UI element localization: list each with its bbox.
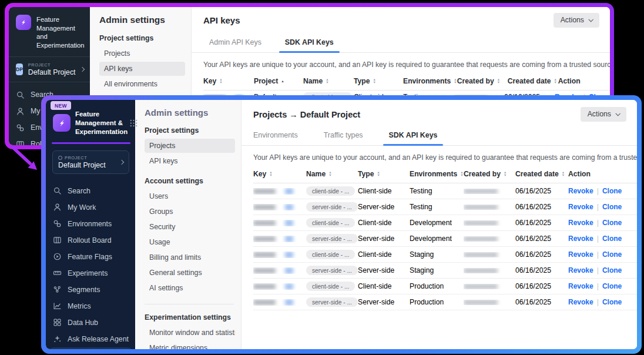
clone-link[interactable]: Clone xyxy=(602,266,622,274)
copy-key-button[interactable] xyxy=(285,188,293,195)
clone-link[interactable]: Clone xyxy=(602,282,622,290)
sidebar-item-ask-release-agent[interactable]: Ask Release Agent xyxy=(49,331,132,347)
column-header-type[interactable]: Type▲▼ xyxy=(358,170,410,178)
sidebar-item-search[interactable]: Search xyxy=(49,183,132,199)
column-header-project[interactable]: Project▲ xyxy=(254,77,303,85)
nav-group-label: Project settings xyxy=(145,126,235,135)
sort-icon[interactable]: ▲▼ xyxy=(504,171,507,177)
admin-nav-item-users[interactable]: Users xyxy=(145,189,235,203)
sidebar-item-data-hub[interactable]: Data Hub xyxy=(49,314,132,330)
column-label: Created by xyxy=(464,170,501,178)
revoke-link[interactable]: Revoke xyxy=(568,203,593,211)
admin-nav-item-metric-dimensions[interactable]: Metric dimensions xyxy=(145,341,235,349)
copy-key-button[interactable] xyxy=(285,220,293,226)
cell-created_by xyxy=(464,189,515,194)
project-selector[interactable]: DP PROJECT Default Project xyxy=(9,58,90,82)
column-header-key[interactable]: Key▲▼ xyxy=(253,170,306,178)
cell-type: Server-side xyxy=(358,298,410,306)
column-label: Environments xyxy=(403,77,451,85)
copy-key-button[interactable] xyxy=(285,236,293,242)
clone-link[interactable]: Clone xyxy=(602,250,622,259)
sort-icon[interactable]: ▲▼ xyxy=(373,78,376,84)
project-selector[interactable]: PROJECT Default Project xyxy=(52,150,129,174)
experiments-icon xyxy=(53,269,62,277)
revoke-link[interactable]: Revoke xyxy=(568,187,593,195)
admin-nav-item-ai-settings[interactable]: AI settings xyxy=(145,281,235,295)
cell-name: client-side - ... xyxy=(306,282,358,291)
api-key-name-pill: client-side - ... xyxy=(306,218,355,227)
clone-link[interactable]: Clone xyxy=(602,203,622,211)
tab-sdk-api-keys[interactable]: SDK API Keys xyxy=(389,131,438,145)
clone-link[interactable]: Clone xyxy=(602,219,622,227)
clone-link[interactable]: Clone xyxy=(602,235,622,243)
admin-nav-item-groups[interactable]: Groups xyxy=(145,205,235,219)
action-separator: | xyxy=(597,250,599,259)
admin-nav-item-projects[interactable]: Projects xyxy=(145,139,235,153)
revoke-link[interactable]: Revoke xyxy=(568,298,593,306)
admin-nav-item-billing-and-limits[interactable]: Billing and limits xyxy=(145,250,235,264)
tab-environments[interactable]: Environments xyxy=(253,131,298,145)
sidebar-item-metrics[interactable]: Metrics xyxy=(49,298,132,314)
api-keys-description: Your API keys are unique to your account… xyxy=(192,53,610,75)
column-header-name[interactable]: Name▲▼ xyxy=(303,77,354,85)
admin-nav-item-general-settings[interactable]: General settings xyxy=(145,266,235,280)
admin-settings-nav: Admin settings Project settingsProjectsA… xyxy=(135,100,242,349)
admin-nav-item-api-keys[interactable]: API keys xyxy=(145,154,235,168)
actions-button[interactable]: Actions xyxy=(581,107,626,122)
admin-nav-item-security[interactable]: Security xyxy=(145,220,235,234)
sort-icon[interactable]: ▲▼ xyxy=(377,171,380,177)
column-header-environment[interactable]: Environments▲▼ xyxy=(403,77,457,85)
sort-icon[interactable]: ▲▼ xyxy=(328,171,331,177)
sidebar-item-experiments[interactable]: Experiments xyxy=(49,265,132,281)
column-header-type[interactable]: Type▲▼ xyxy=(354,77,403,85)
page-title: API keys xyxy=(203,15,240,25)
waffle-icon[interactable] xyxy=(129,119,138,128)
sidebar-item-fme-settings[interactable]: FME Settings xyxy=(49,347,132,349)
column-header-created_date[interactable]: Created date▲▼ xyxy=(508,77,558,85)
clone-link[interactable]: Clone xyxy=(602,298,622,306)
column-header-environment[interactable]: Environments▲▼ xyxy=(410,170,464,178)
sidebar-item-rollout-board[interactable]: Rollout Board xyxy=(49,232,132,248)
revoke-link[interactable]: Revoke xyxy=(568,266,593,274)
admin-nav-item-projects[interactable]: Projects xyxy=(99,46,185,61)
revoke-link[interactable]: Revoke xyxy=(568,250,593,259)
split-logo-icon xyxy=(53,114,71,132)
clone-link[interactable]: Clone xyxy=(602,187,622,195)
sort-icon[interactable]: ▲ xyxy=(281,80,284,83)
admin-nav-item-api-keys[interactable]: API keys xyxy=(99,62,185,76)
copy-key-button[interactable] xyxy=(285,267,293,274)
column-header-name[interactable]: Name▲▼ xyxy=(306,170,358,178)
sort-icon[interactable]: ▲▼ xyxy=(497,78,500,84)
sort-icon[interactable]: ▲▼ xyxy=(219,78,222,84)
copy-key-button[interactable] xyxy=(285,204,293,210)
revoke-link[interactable]: Revoke xyxy=(568,235,593,243)
revoke-link[interactable]: Revoke xyxy=(568,282,593,290)
sort-icon[interactable]: ▲▼ xyxy=(554,78,557,84)
sidebar-item-feature-flags[interactable]: Feature Flags xyxy=(49,249,132,264)
cell-name: client-side - ... xyxy=(306,186,358,196)
tab-sdk-api-keys[interactable]: SDK API Keys xyxy=(285,38,334,52)
sort-icon[interactable]: ▲▼ xyxy=(269,171,272,177)
tab-traffic-types[interactable]: Traffic types xyxy=(324,131,363,145)
admin-nav-item-usage[interactable]: Usage xyxy=(145,235,235,249)
column-header-key[interactable]: Key▲▼ xyxy=(203,77,254,85)
sidebar-item-environments[interactable]: Environments xyxy=(49,216,132,232)
column-header-created_date[interactable]: Created date▲▼ xyxy=(515,170,568,178)
tab-admin-api-keys[interactable]: Admin API Keys xyxy=(209,38,261,52)
sidebar-item-my-work[interactable]: My Work xyxy=(49,199,132,215)
actions-button[interactable]: Actions xyxy=(554,13,599,28)
sort-icon[interactable]: ▲▼ xyxy=(562,171,565,177)
revoke-link[interactable]: Revoke xyxy=(568,219,593,227)
sort-icon[interactable]: ▲▼ xyxy=(326,78,328,84)
sort-icon[interactable]: ▲▼ xyxy=(460,171,463,177)
column-header-created_by[interactable]: Created by▲▼ xyxy=(464,170,515,178)
copy-key-button[interactable] xyxy=(285,299,293,306)
copy-key-button[interactable] xyxy=(285,283,293,290)
admin-nav-item-monitor-window-and-statistics[interactable]: Monitor window and statistics xyxy=(145,326,235,340)
column-label: Created date xyxy=(515,170,559,178)
sidebar-item-segments[interactable]: Segments xyxy=(49,282,132,297)
column-header-created_by[interactable]: Created by▲▼ xyxy=(457,77,508,85)
brand-name: Feature Management and Experimentation xyxy=(36,15,85,50)
copy-key-button[interactable] xyxy=(285,252,293,258)
admin-nav-item-all-environments[interactable]: All environments xyxy=(99,77,185,91)
